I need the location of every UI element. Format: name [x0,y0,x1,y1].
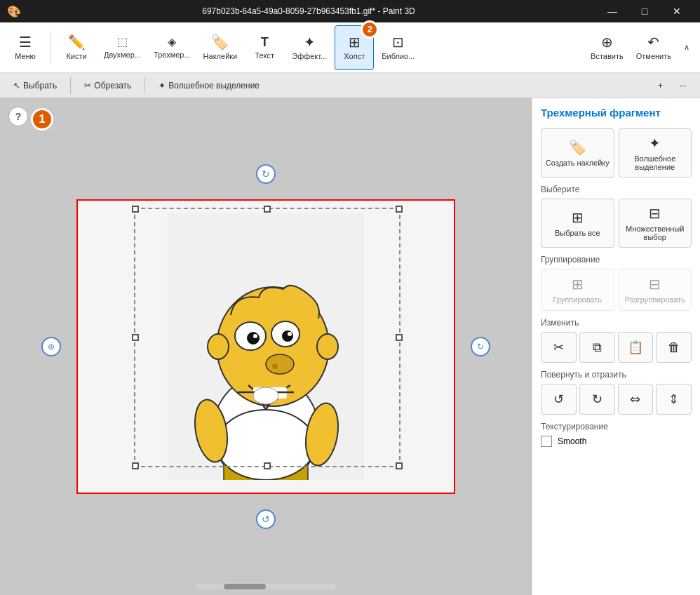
svg-point-11 [253,334,257,338]
toolbar-2d[interactable]: ⬚ Двухмер... [99,25,146,70]
create-sticker-btn[interactable]: 🏷️ Создать наклейку [541,128,614,178]
minimize-button[interactable]: — [596,0,628,22]
select-arrow-icon: ↖ [13,81,20,91]
toolbar-2d-label: Двухмер... [104,51,141,59]
toolbar-stickers[interactable]: 🏷️ Наклейки [198,25,243,70]
toolbar-brushes[interactable]: ✏️ Кисти [57,25,96,70]
crop-label: Обрезать [94,81,131,91]
canvas-scrollbar-thumb [224,584,266,589]
homer-image [78,201,454,493]
magic-select-panel-icon: ✦ [649,135,661,152]
rotate-handle-bottom[interactable]: ↺ [256,509,276,529]
paste-btn[interactable]: 📋 [618,332,654,363]
create-sticker-label: Создать наклейку [546,159,610,167]
svg-point-12 [288,332,292,336]
magic-select-panel-label: Волшебное выделение [622,154,689,171]
magic-label: Волшебное выделение [168,81,260,91]
copy-btn[interactable]: ⧉ [579,332,615,363]
rotate-handle-right[interactable]: ↻ [471,337,490,356]
toolbar-menu[interactable]: ☰ Меню [6,25,45,70]
ungroup-icon: ⊟ [649,276,661,293]
toolbar-brushes-label: Кисти [66,52,86,60]
toolbar-library[interactable]: ⊡ Библио... [377,25,419,70]
smooth-label: Smooth [558,436,586,446]
crop-btn[interactable]: ✂ Обрезать [78,77,137,94]
multi-select-btn[interactable]: ⊟ Множественный выбор [619,199,692,248]
sub-toolbar-right: + ··· [652,77,693,94]
title-bar-title: 697b023b-64a5-49a0-8059-27b963453fb1.gif… [21,6,596,16]
sub-toolbar: ↖ Выбрать ✂ Обрезать ✦ Волшебное выделен… [0,73,700,98]
toolbar-effects[interactable]: ✦ Эффект... [287,25,332,70]
sub-sep-2 [144,77,145,94]
toolbar-undo[interactable]: ↶ Отменить [631,25,676,70]
flip-h-icon: ⇔ [630,392,640,407]
panel-rotate-btns: ↺ ↻ ⇔ ⇕ [541,384,692,415]
rotate-handle-top[interactable]: ↻ [256,164,276,184]
select-all-btn[interactable]: ⊞ Выбрать все [541,199,614,248]
flip-h-btn[interactable]: ⇔ [618,384,654,415]
brushes-icon: ✏️ [68,35,86,49]
rotate-cw-btn[interactable]: ↻ [579,384,615,415]
panel-select-btns: ⊞ Выбрать все ⊟ Множественный выбор [541,199,692,248]
stickers-icon: 🏷️ [211,35,229,49]
help-button[interactable]: ? [8,107,28,126]
toolbar-3d[interactable]: ◈ Трехмер... [149,25,196,70]
toolbar-expand[interactable]: ∧ [679,25,694,70]
toolbar-text[interactable]: T Текст [245,25,284,70]
group-btn[interactable]: ⊞ Группировать [541,269,614,311]
ungroup-label: Разгруппировать [625,295,685,304]
toolbar-insert[interactable]: ⊕ Вставить [586,25,628,70]
cut-btn[interactable]: ✂ [541,332,577,363]
3d-icon: ◈ [168,36,176,48]
close-button[interactable]: ✕ [661,0,693,22]
toolbar-sep-1 [51,31,51,65]
multi-select-label: Множественный выбор [622,225,689,241]
create-sticker-icon: 🏷️ [569,139,586,156]
delete-btn[interactable]: 🗑 [656,332,692,363]
magic-select-btn[interactable]: ✦ Волшебное выделение [152,77,266,94]
canvas-content: ↻ [76,199,455,494]
magic-select-btn-panel[interactable]: ✦ Волшебное выделение [619,128,692,178]
toolbar-canvas-label: Холст [344,52,365,60]
select-btn[interactable]: ↖ Выбрать [7,77,63,94]
badge-1: 1 [31,108,53,131]
insert-icon: ⊕ [601,35,613,49]
crop-icon: ✂ [84,81,91,91]
ungroup-btn[interactable]: ⊟ Разгруппировать [619,269,692,311]
flip-v-btn[interactable]: ⇕ [656,384,692,415]
toolbar-stickers-label: Наклейки [203,52,238,60]
cut-icon: ✂ [553,340,564,355]
canvas-area: ? 1 ↻ [0,98,532,595]
magic-icon: ✦ [159,81,166,91]
svg-point-5 [208,334,229,359]
select-label: Выбрать [23,81,57,91]
panel-edit-btns: ✂ ⧉ 📋 🗑 [541,332,692,363]
copy-icon: ⧉ [593,340,602,355]
add-btn[interactable]: + [652,77,669,94]
svg-point-10 [282,330,293,342]
rotate-handle-left[interactable]: ⊕ [41,337,61,356]
effects-icon: ✦ [304,35,316,49]
svg-point-14 [272,363,278,369]
section-rotate-label: Повернуть и отразить [541,370,692,380]
toolbar-library-label: Библио... [382,52,415,60]
expand-icon: ∧ [684,43,689,52]
canvas-scrollbar[interactable] [196,584,336,589]
svg-point-16 [217,410,315,480]
toolbar-undo-label: Отменить [636,52,671,60]
svg-point-6 [317,334,338,359]
smooth-row: Smooth [541,436,692,447]
more-btn[interactable]: ··· [673,77,693,94]
panel-group-btns: ⊞ Группировать ⊟ Разгруппировать [541,269,692,311]
maximize-button[interactable]: □ [628,0,661,22]
multi-select-icon: ⊟ [649,205,661,222]
undo-icon: ↶ [647,35,659,49]
rotate-ccw-btn[interactable]: ↺ [541,384,577,415]
panel-top-btns: 🏷️ Создать наклейку ✦ Волшебное выделени… [541,128,692,178]
toolbar-canvas[interactable]: ⊞ Холст 2 [335,25,374,70]
paste-icon: 📋 [628,340,643,355]
group-icon: ⊞ [572,276,584,293]
smooth-checkbox[interactable] [541,436,552,447]
toolbar: ☰ Меню ✏️ Кисти ⬚ Двухмер... ◈ Трехмер..… [0,22,700,73]
title-bar: 🎨 697b023b-64a5-49a0-8059-27b963453fb1.g… [0,0,700,22]
